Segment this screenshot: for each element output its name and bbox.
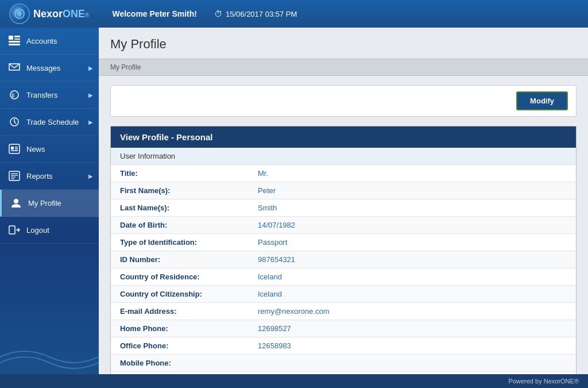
sidebar-item-messages[interactable]: Messages ▶ <box>0 55 99 82</box>
svg-rect-16 <box>9 171 20 180</box>
field-label: Last Name(s): <box>111 199 249 217</box>
main-layout: Accounts Messages ▶ $ Transfers ▶ <box>0 28 588 374</box>
field-value: Passport <box>249 234 576 251</box>
footer-text: Powered by NexorONE® <box>509 378 579 385</box>
modify-button[interactable]: Modify <box>516 91 568 110</box>
sidebar-label-transfers: Transfers <box>26 91 57 99</box>
sidebar-item-news[interactable]: News <box>0 136 99 163</box>
field-label: Office Phone: <box>111 337 249 355</box>
svg-rect-2 <box>14 36 20 37</box>
table-row: Country of Citizenship:Iceland <box>111 286 576 303</box>
table-row: First Name(s):Peter <box>111 182 576 199</box>
messages-icon <box>8 62 21 74</box>
sidebar-item-trade-schedule[interactable]: Trade Schedule ▶ <box>0 109 99 136</box>
field-value <box>249 355 576 372</box>
sidebar-label-logout: Logout <box>26 226 49 235</box>
page-title: My Profile <box>99 28 588 59</box>
sidebar-item-logout[interactable]: Logout <box>0 217 99 244</box>
svg-rect-12 <box>11 147 14 149</box>
field-value: Iceland <box>249 268 576 286</box>
clock-icon: ⏱ <box>214 9 222 18</box>
breadcrumb: My Profile <box>99 59 588 76</box>
news-icon <box>8 143 21 155</box>
profile-card-header: View Profile - Personal <box>111 126 576 148</box>
field-value: Iceland <box>249 286 576 303</box>
profile-table: User Information Title:Mr.First Name(s):… <box>111 148 576 374</box>
table-row: E-mail Address:remy@nexorone.com <box>111 303 576 320</box>
svg-rect-22 <box>9 226 15 234</box>
content-body: Modify View Profile - Personal User Info… <box>99 76 588 374</box>
app-header: Nexor ONE ® Welcome Peter Smith! ⏱ 15/06… <box>0 0 588 28</box>
field-label: Mobile Phone: <box>111 355 249 372</box>
modify-bar: Modify <box>110 85 577 117</box>
svg-rect-3 <box>14 39 20 40</box>
my-profile-icon <box>10 197 22 209</box>
sidebar-spacer <box>0 244 99 334</box>
field-label: Home Phone: <box>111 320 249 337</box>
transfers-arrow: ▶ <box>88 92 93 98</box>
field-label: ID Number: <box>111 251 249 268</box>
field-label: Date of Birth: <box>111 217 249 234</box>
content-area: My Profile My Profile Modify View Profil… <box>99 28 588 374</box>
datetime-value: 15/06/2017 03:57 PM <box>226 10 297 18</box>
welcome-text: Welcome Peter Smith! <box>112 9 197 18</box>
svg-rect-4 <box>9 41 20 43</box>
transfers-icon: $ <box>8 89 21 101</box>
field-value: 14/07/1982 <box>249 217 576 234</box>
profile-card: View Profile - Personal User Information… <box>110 126 577 374</box>
reports-icon <box>8 170 21 182</box>
header-datetime: ⏱ 15/06/2017 03:57 PM <box>214 9 297 18</box>
field-label: Type of Identification: <box>111 234 249 251</box>
sidebar-item-transfers[interactable]: $ Transfers ▶ <box>0 82 99 109</box>
reports-arrow: ▶ <box>88 173 93 179</box>
svg-text:$: $ <box>11 93 14 98</box>
logo-icon <box>9 3 30 24</box>
table-row: Country of Residence:Iceland <box>111 268 576 286</box>
table-row: Home Phone:12698527 <box>111 320 576 337</box>
field-label: First Name(s): <box>111 182 249 199</box>
trade-schedule-arrow: ▶ <box>88 119 93 125</box>
field-label: E-mail Address: <box>111 303 249 320</box>
sidebar-label-reports: Reports <box>26 172 53 180</box>
field-value: Mr. <box>249 165 576 182</box>
table-row: Type of Identification:Passport <box>111 234 576 251</box>
table-row: ID Number:987654321 <box>111 251 576 268</box>
field-value: 987654321 <box>249 251 576 268</box>
field-label: Country of Residence: <box>111 268 249 286</box>
field-value: 12658983 <box>249 337 576 355</box>
sidebar-label-trade-schedule: Trade Schedule <box>26 118 79 126</box>
table-row: Mobile Phone: <box>111 355 576 372</box>
sidebar-item-my-profile[interactable]: My Profile <box>0 190 99 217</box>
svg-point-21 <box>14 199 18 203</box>
table-row: Last Name(s):Smith <box>111 199 576 217</box>
field-value: remy@nexorone.com <box>249 303 576 320</box>
field-label: Title: <box>111 165 249 182</box>
sidebar-label-messages: Messages <box>26 64 60 72</box>
field-label: Country of Citizenship: <box>111 286 249 303</box>
sidebar-label-my-profile: My Profile <box>28 199 61 208</box>
app-footer: Powered by NexorONE® <box>0 374 588 388</box>
section-header-user-info: User Information <box>111 148 576 165</box>
svg-line-10 <box>14 122 16 124</box>
accounts-icon <box>8 34 21 47</box>
svg-rect-1 <box>9 36 13 40</box>
sidebar-item-accounts[interactable]: Accounts <box>0 28 99 55</box>
sidebar-label-news: News <box>26 145 45 153</box>
table-row: Title:Mr. <box>111 165 576 182</box>
sidebar-label-accounts: Accounts <box>26 37 57 45</box>
svg-rect-11 <box>9 144 20 153</box>
messages-arrow: ▶ <box>88 65 93 71</box>
table-row: Date of Birth:14/07/1982 <box>111 217 576 234</box>
table-row: Office Phone:12658983 <box>111 337 576 355</box>
sidebar: Accounts Messages ▶ $ Transfers ▶ <box>0 28 99 374</box>
svg-rect-5 <box>9 44 20 45</box>
logo: Nexor ONE ® <box>9 3 89 24</box>
field-value: Smith <box>249 199 576 217</box>
logo-text: Nexor ONE ® <box>33 8 89 20</box>
logout-icon <box>8 224 21 236</box>
sidebar-item-reports[interactable]: Reports ▶ <box>0 163 99 190</box>
sidebar-decoration <box>0 334 99 374</box>
field-value: Peter <box>249 182 576 199</box>
trade-schedule-icon <box>8 116 21 128</box>
field-value: 12698527 <box>249 320 576 337</box>
